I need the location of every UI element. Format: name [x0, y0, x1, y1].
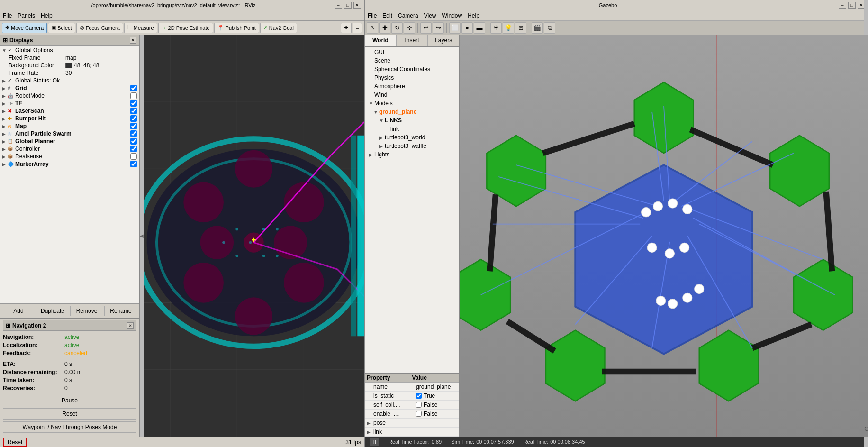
toolbar-nav2-goal[interactable]: ↗ Nav2 Goal [260, 23, 297, 33]
gz-tree-models[interactable]: ▼ Models [366, 99, 458, 108]
bumperhit-item[interactable]: ▶ ✚ Bumper Hit [1, 115, 138, 122]
global-status-expander[interactable]: ▶ [2, 78, 8, 83]
rviz-menu-panels[interactable]: Panels [18, 12, 35, 19]
toolbar-publish-point[interactable]: 📍 Publish Point [214, 23, 259, 33]
controller-checkbox[interactable] [130, 146, 137, 152]
sidebar-collapse-handle[interactable]: ◀ [140, 35, 144, 437]
gz-menu-edit[interactable]: Edit [382, 12, 392, 19]
gz-tree-spherical[interactable]: Spherical Coordinates [366, 65, 458, 73]
tf-expander[interactable]: ▶ [2, 101, 8, 106]
rviz-maximize-btn[interactable]: □ [344, 2, 352, 9]
robotmodel-checkbox[interactable] [130, 92, 137, 99]
global-status-item[interactable]: ▶ ✓ Global Status: Ok [1, 77, 138, 84]
gz-camera-record[interactable]: 🎬 [532, 22, 543, 34]
realsense-item[interactable]: ▶ 📦 Realsense [1, 153, 138, 160]
gz-redo-btn[interactable]: ↪ [433, 22, 444, 34]
rviz-menu-file[interactable]: File [3, 12, 12, 19]
tf-item[interactable]: ▶ TF TF [1, 100, 138, 107]
gz-menu-file[interactable]: File [368, 12, 377, 19]
gz-sphere-shape[interactable]: ● [461, 22, 473, 34]
displays-tree[interactable]: ▼ ✓ Global Options Fixed Frame map Backg… [0, 46, 139, 303]
global-planner-item[interactable]: ▶ 📋 Global Planner [1, 137, 138, 145]
realsense-expander[interactable]: ▶ [2, 154, 8, 159]
gz-translate-tool[interactable]: ✚ [379, 22, 390, 34]
gz-3d-viewport[interactable]: CSDN @刊起一 [460, 35, 868, 437]
gz-tree-physics[interactable]: Physics [366, 73, 458, 82]
markerarray-expander[interactable]: ▶ [2, 162, 8, 167]
gazebo-maximize-btn[interactable]: □ [848, 2, 856, 9]
gz-static-checkbox[interactable] [416, 393, 422, 399]
gz-tree-atmosphere[interactable]: Atmosphere [366, 82, 458, 91]
robotmodel-expander[interactable]: ▶ [2, 93, 8, 99]
rviz-menu-help[interactable]: Help [41, 12, 53, 19]
fixed-frame-value[interactable]: map [65, 55, 76, 61]
gz-tab-insert[interactable]: Insert [397, 35, 428, 46]
gz-box-shape[interactable]: ⬜ [449, 22, 461, 34]
gz-tree-links[interactable]: ▼ LINKS [366, 116, 458, 125]
global-planner-checkbox[interactable] [130, 138, 137, 145]
remove-display-btn[interactable]: Remove [70, 306, 103, 316]
gz-prop-pose-row[interactable]: ▶ pose [365, 419, 459, 428]
global-options-item[interactable]: ▼ ✓ Global Options [1, 46, 138, 54]
amcl-item[interactable]: ▶ ≋ Amcl Particle Swarm [1, 130, 138, 137]
nav2-close-btn[interactable]: ✕ [127, 322, 134, 329]
gz-sun-tool[interactable]: ☀ [490, 22, 502, 34]
gz-tree-ground-plane[interactable]: ▼ ground_plane [366, 108, 458, 116]
markerarray-checkbox[interactable] [130, 161, 137, 167]
markerarray-item[interactable]: ▶ 🔷 MarkerArray [1, 160, 138, 168]
map-checkbox[interactable] [130, 123, 137, 129]
gz-prop-name-row[interactable]: name ground_plane [365, 383, 459, 392]
gz-tree-wind[interactable]: Wind [366, 91, 458, 99]
grid-item[interactable]: ▶ # Grid [1, 84, 138, 92]
gz-prop-link-row[interactable]: ▶ link [365, 428, 459, 437]
rviz-close-btn[interactable]: ✕ [353, 2, 361, 9]
gz-prop-enable-row[interactable]: enable_.... False [365, 410, 459, 419]
gz-world-tree[interactable]: GUI Scene Spherical Coordinates Physics [365, 47, 459, 373]
rename-display-btn[interactable]: Rename [104, 306, 137, 316]
gz-prop-selfcoll-row[interactable]: self_coll.... False [365, 401, 459, 410]
gz-tree-lights[interactable]: ▶ Lights [366, 150, 458, 159]
controller-item[interactable]: ▶ 📦 Controller [1, 145, 138, 153]
global-planner-expander[interactable]: ▶ [2, 139, 8, 144]
gz-rotate-tool[interactable]: ↻ [391, 22, 403, 34]
bg-color-value[interactable]: 48; 48; 48 [65, 62, 99, 69]
toolbar-select[interactable]: ▣ Select [48, 23, 75, 33]
gz-tree-scene[interactable]: Scene [366, 56, 458, 65]
reset-nav2-btn[interactable]: Reset [3, 408, 136, 420]
toolbar-2d-pose[interactable]: → 2D Pose Estimate [158, 23, 213, 33]
realsense-checkbox[interactable] [130, 153, 137, 160]
gz-tree-link[interactable]: link [366, 125, 458, 133]
amcl-checkbox[interactable] [130, 130, 137, 137]
controller-expander[interactable]: ▶ [2, 146, 8, 152]
robotmodel-item[interactable]: ▶ 🤖 RobotModel [1, 92, 138, 100]
toolbar-minus-btn[interactable]: – [353, 23, 362, 33]
tf-checkbox[interactable] [130, 100, 137, 107]
rviz-minimize-btn[interactable]: – [335, 2, 342, 9]
gz-light-tool[interactable]: 💡 [503, 22, 514, 34]
laserscan-checkbox[interactable] [130, 108, 137, 114]
gz-tab-world[interactable]: World [365, 35, 397, 46]
statusbar-reset-btn[interactable]: Reset [3, 438, 27, 447]
gz-menu-window[interactable]: Window [442, 12, 462, 19]
grid-expander[interactable]: ▶ [2, 86, 8, 91]
frame-rate-value[interactable]: 30 [65, 70, 72, 76]
bumperhit-checkbox[interactable] [130, 115, 137, 122]
rviz-3d-viewport[interactable] [144, 35, 364, 437]
gazebo-minimize-btn[interactable]: – [839, 2, 846, 9]
gz-tree-turtlebot3-waffle[interactable]: ▶ turtlebot3_waffle [366, 142, 458, 150]
gz-layers-tool[interactable]: ⧉ [544, 22, 555, 34]
gz-undo-btn[interactable]: ↩ [420, 22, 432, 34]
add-display-btn[interactable]: Add [2, 306, 35, 316]
pause-btn[interactable]: Pause [3, 395, 136, 406]
map-item[interactable]: ▶ ⊙ Map [1, 122, 138, 130]
amcl-expander[interactable]: ▶ [2, 131, 8, 137]
gz-prop-static-row[interactable]: is_static True [365, 392, 459, 401]
gz-scale-tool[interactable]: ⊹ [404, 22, 415, 34]
gz-selfcoll-checkbox[interactable] [416, 402, 422, 408]
gz-enable-checkbox[interactable] [416, 411, 422, 417]
duplicate-display-btn[interactable]: Duplicate [36, 306, 69, 316]
displays-close-btn[interactable]: ✕ [130, 37, 136, 44]
laserscan-item[interactable]: ▶ ✖ LaserScan [1, 107, 138, 115]
global-options-expander[interactable]: ▼ [2, 48, 8, 53]
toolbar-move-camera[interactable]: ✥ Move Camera [2, 23, 47, 33]
